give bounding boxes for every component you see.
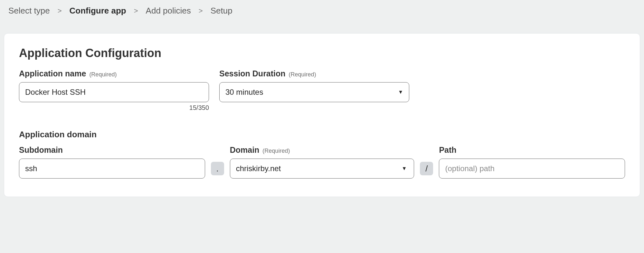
application-name-input[interactable]	[19, 82, 209, 102]
subdomain-input[interactable]	[19, 159, 205, 179]
breadcrumb-step-setup[interactable]: Setup	[211, 6, 232, 16]
breadcrumb-step-select-type[interactable]: Select type	[8, 6, 50, 16]
field-subdomain: Subdomain	[19, 145, 205, 179]
field-path: Path	[439, 145, 625, 179]
label-path: Path	[439, 145, 456, 155]
slash-separator: /	[420, 162, 433, 175]
section-application-domain: Application domain	[19, 130, 625, 140]
required-hint: (Required)	[262, 148, 290, 154]
field-session-duration: Session Duration (Required) 30 minutes ▼	[219, 69, 409, 112]
page-title: Application Configuration	[19, 46, 625, 60]
session-duration-value: 30 minutes	[225, 88, 263, 97]
chevron-down-icon: ▼	[402, 166, 407, 171]
breadcrumb-step-configure-app[interactable]: Configure app	[70, 6, 126, 16]
chevron-right-icon: >	[134, 7, 138, 15]
required-hint: (Required)	[289, 71, 316, 78]
chevron-down-icon: ▼	[398, 89, 403, 95]
label-session-duration: Session Duration	[219, 69, 286, 78]
domain-select[interactable]: chriskirby.net ▼	[230, 159, 414, 179]
path-input[interactable]	[439, 159, 625, 179]
breadcrumb-step-add-policies[interactable]: Add policies	[146, 6, 191, 16]
field-domain: Domain (Required) chriskirby.net ▼	[230, 145, 414, 179]
chevron-right-icon: >	[199, 7, 203, 15]
required-hint: (Required)	[89, 71, 117, 78]
label-domain: Domain	[230, 145, 260, 155]
label-subdomain: Subdomain	[19, 145, 63, 155]
config-card: Application Configuration Application na…	[4, 33, 640, 197]
field-application-name: Application name (Required) 15/350	[19, 69, 209, 112]
session-duration-select[interactable]: 30 minutes ▼	[219, 82, 409, 102]
domain-value: chriskirby.net	[236, 164, 281, 173]
chevron-right-icon: >	[58, 7, 62, 15]
char-counter: 15/350	[189, 104, 209, 112]
label-application-name: Application name	[19, 69, 86, 78]
breadcrumb: Select type > Configure app > Add polici…	[0, 0, 644, 20]
dot-separator: .	[211, 162, 224, 175]
